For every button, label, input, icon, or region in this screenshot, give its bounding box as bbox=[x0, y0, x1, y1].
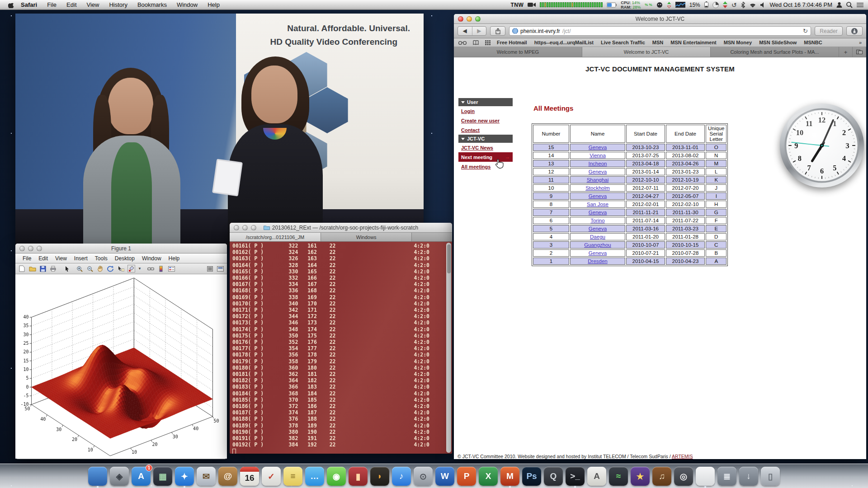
dock-item-quicktime[interactable]: Q bbox=[544, 467, 563, 486]
safari-tab[interactable]: Welcome to MPEG bbox=[454, 47, 582, 57]
figure-menu-window[interactable]: Window bbox=[138, 255, 165, 262]
meeting-link[interactable]: Geneva bbox=[589, 210, 607, 215]
menu-file[interactable]: File bbox=[42, 0, 61, 9]
bookmarks-overflow-chevron[interactable]: » bbox=[859, 40, 862, 45]
dock-item-photo-booth[interactable]: ▮ bbox=[349, 467, 368, 486]
sidebar-item-next-meeting[interactable]: Next meeting→ bbox=[458, 152, 513, 162]
top-sites-grid-icon[interactable] bbox=[485, 40, 491, 45]
reading-list-glasses-icon[interactable] bbox=[458, 41, 467, 45]
meeting-link[interactable]: Incheon bbox=[589, 161, 607, 166]
meeting-link[interactable]: Geneva bbox=[589, 193, 607, 199]
menu-bookmarks[interactable]: Bookmarks bbox=[132, 0, 172, 9]
reader-button[interactable]: Reader bbox=[815, 26, 843, 36]
dock-item-facetime[interactable]: ◉ bbox=[327, 467, 346, 486]
app-blob-status-icon[interactable] bbox=[656, 2, 663, 8]
zoom-out-tool-icon[interactable] bbox=[86, 265, 94, 272]
battery-status-icon[interactable] bbox=[704, 1, 708, 8]
dock-item-reminders[interactable]: ✓ bbox=[262, 467, 281, 486]
meeting-link[interactable]: Shanghai bbox=[587, 177, 609, 183]
close-button[interactable] bbox=[458, 16, 463, 22]
dock-item-downloads-folder[interactable]: ↓ bbox=[739, 467, 758, 486]
dock-item-imovie[interactable]: ★ bbox=[631, 467, 650, 486]
meeting-link[interactable]: Torino bbox=[590, 218, 604, 223]
bookmark-item[interactable]: Free Hotmail bbox=[497, 40, 527, 45]
clock-status-item[interactable]: Wed Oct 16 7:04:46 PM bbox=[770, 1, 833, 8]
print-icon[interactable] bbox=[49, 265, 57, 272]
pan-tool-icon[interactable] bbox=[96, 265, 104, 272]
back-button[interactable]: ◀ bbox=[458, 27, 472, 35]
tnw-status-item[interactable]: TNW bbox=[510, 2, 524, 8]
battery-widget-status-icon[interactable] bbox=[607, 2, 617, 8]
analog-clock-widget[interactable]: 121234567891011 bbox=[778, 102, 865, 189]
apple-menu-icon[interactable] bbox=[6, 1, 16, 8]
figure-menu-desktop[interactable]: Desktop bbox=[111, 255, 138, 262]
figure-menu-insert[interactable]: Insert bbox=[71, 255, 91, 262]
terminal-tab[interactable]: /scratch/org...0121106_JM bbox=[230, 233, 321, 241]
brush-tool-icon[interactable] bbox=[127, 265, 135, 272]
dock-item-documents-folder[interactable]: ≣ bbox=[717, 467, 736, 486]
artemis-link[interactable]: ARTEMIS bbox=[672, 454, 693, 459]
user-status-icon[interactable] bbox=[836, 2, 842, 8]
bookmark-item[interactable]: https--euq.d...urqMailList bbox=[534, 40, 594, 45]
zoom-button[interactable] bbox=[475, 16, 481, 22]
cpu-meter-status-item[interactable] bbox=[540, 2, 603, 7]
time-machine-status-icon[interactable]: ↺ bbox=[731, 1, 737, 9]
meeting-link[interactable]: San Jose bbox=[587, 202, 609, 207]
figure-menu-help[interactable]: Help bbox=[165, 255, 184, 262]
dock-item-white-app[interactable] bbox=[696, 467, 715, 486]
close-button[interactable] bbox=[19, 246, 25, 251]
notification-center-icon[interactable] bbox=[857, 2, 863, 8]
menu-safari[interactable]: Safari bbox=[16, 0, 42, 9]
updown-arrows-status-icon[interactable] bbox=[667, 2, 671, 8]
dock-item-iphoto[interactable]: ◗ bbox=[370, 467, 389, 486]
sidebar-item-contact[interactable]: Contact bbox=[458, 125, 513, 135]
dock-item-powerpoint[interactable]: P bbox=[457, 467, 476, 486]
bookmark-item[interactable]: MSN Money bbox=[724, 40, 752, 45]
dock-item-trash[interactable]: ▯ bbox=[761, 467, 780, 486]
wifi-status-icon[interactable] bbox=[749, 2, 756, 8]
bookmark-item[interactable]: MSN Entertainment bbox=[670, 40, 716, 45]
traffic-arrows-status-icon[interactable] bbox=[723, 1, 727, 8]
dock-item-activity-monitor[interactable]: ≈ bbox=[609, 467, 628, 486]
safari-titlebar[interactable]: Welcome to JCT-VC bbox=[454, 14, 866, 24]
figure-menu-tools[interactable]: Tools bbox=[91, 255, 111, 262]
meeting-link[interactable]: Stockholm bbox=[585, 185, 610, 191]
percent-monitor-status-item[interactable]: % % bbox=[645, 3, 652, 7]
meeting-link[interactable]: Geneva bbox=[589, 250, 607, 256]
downloads-button[interactable] bbox=[846, 26, 863, 36]
disk-pie-status-icon[interactable] bbox=[712, 2, 719, 8]
legend-icon[interactable] bbox=[168, 265, 175, 272]
new-tab-button[interactable]: + bbox=[839, 47, 853, 57]
zoom-button[interactable] bbox=[37, 246, 42, 251]
spotlight-search-icon[interactable] bbox=[846, 2, 853, 8]
menu-edit[interactable]: Edit bbox=[61, 0, 81, 9]
dock-item-word[interactable]: W bbox=[435, 467, 454, 486]
dock-item-contacts[interactable]: @ bbox=[218, 467, 237, 486]
dock-item-safari[interactable]: ✦ bbox=[175, 467, 194, 486]
terminal-content[interactable]: 00161( P ) 322 161 224:2:000162( P ) 324… bbox=[230, 242, 452, 454]
dock-figure-icon[interactable] bbox=[206, 265, 214, 272]
dock-item-mail[interactable]: ✉ bbox=[197, 467, 216, 486]
new-figure-icon[interactable] bbox=[18, 265, 26, 272]
bookmark-item[interactable]: MSN SlideShow bbox=[759, 40, 797, 45]
menu-history[interactable]: History bbox=[104, 0, 132, 9]
data-cursor-tool-icon[interactable] bbox=[117, 265, 125, 272]
volume-status-icon[interactable] bbox=[760, 2, 766, 8]
link-plots-icon[interactable] bbox=[147, 265, 155, 272]
minimize-button[interactable] bbox=[28, 246, 33, 251]
dock-item-launchpad[interactable]: ◈ bbox=[110, 467, 129, 486]
dock-item-calendar[interactable]: 16 bbox=[240, 467, 259, 486]
bookmark-item[interactable]: Live Search Traffic bbox=[601, 40, 645, 45]
bookmark-item[interactable]: MSN bbox=[652, 40, 663, 45]
dock-item-terminal[interactable]: >_ bbox=[566, 467, 585, 486]
brush-dropdown-caret[interactable]: ▼ bbox=[138, 267, 142, 271]
dock-item-itunes[interactable]: ♪ bbox=[392, 467, 411, 486]
camera-status-icon[interactable] bbox=[528, 2, 536, 7]
address-bar[interactable]: phenix.int-evry.fr/jct/ ↻ bbox=[509, 26, 811, 36]
tab-overview-button[interactable] bbox=[853, 47, 866, 57]
meeting-link[interactable]: Geneva bbox=[589, 145, 607, 150]
meeting-link[interactable]: Dresden bbox=[588, 258, 607, 264]
surface-plot[interactable] bbox=[15, 274, 227, 459]
pointer-tool-icon[interactable] bbox=[63, 265, 71, 272]
figure-menu-file[interactable]: File bbox=[19, 255, 35, 262]
